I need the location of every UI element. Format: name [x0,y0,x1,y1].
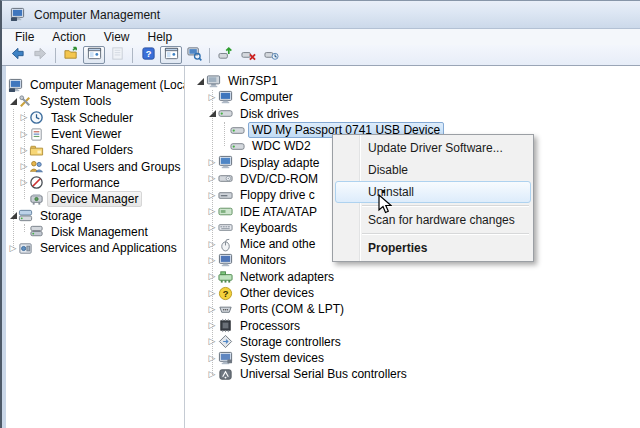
context-menu-item-update-driver-software[interactable]: Update Driver Software... [335,137,531,159]
tree-item-storage[interactable]: Storage [6,207,184,223]
tree-item-system-devices[interactable]: ▷System devices [190,350,640,366]
show-console-tree-button[interactable] [83,46,105,64]
expander-collapsed-icon[interactable]: ▷ [19,113,29,122]
item-label: Win7SP1 [224,73,282,89]
forward-button[interactable] [29,46,51,64]
item-label: Floppy drive c [236,187,319,203]
expander-expanded-icon[interactable] [8,212,18,219]
other-devices-icon: ? [218,286,233,301]
folder-up-icon [64,46,79,64]
expander-collapsed-icon[interactable]: ▷ [206,305,218,314]
update-driver-software-button[interactable] [214,46,236,64]
title-bar[interactable]: Computer Management [2,1,640,29]
export-list-button[interactable] [106,46,128,64]
context-menu-item-uninstall[interactable]: Uninstall [335,181,531,203]
tree-item-storage-controllers[interactable]: ▷Storage controllers [190,334,640,350]
toolbar: ? [2,45,640,66]
expander-collapsed-icon[interactable]: ▷ [206,191,218,200]
event-viewer-icon [29,127,44,142]
system-tools-icon [18,94,33,109]
processor-icon [218,318,233,333]
expander-collapsed-icon[interactable]: ▷ [19,178,29,187]
expander-expanded-icon[interactable] [206,110,218,117]
tree-item-shared-folders[interactable]: ▷Shared Folders [6,142,184,158]
expander-collapsed-icon[interactable]: ▷ [206,289,218,298]
expander-collapsed-icon[interactable]: ▷ [206,93,218,102]
context-menu-item-disable[interactable]: Disable [335,159,531,181]
tree-item-win7sp1[interactable]: Win7SP1 [190,73,640,89]
selected-item-label: Device Manager [47,191,142,207]
expander-collapsed-icon[interactable]: ▷ [206,337,218,346]
tree-item-performance[interactable]: ▷Performance [6,175,184,191]
item-label: Keyboards [236,220,301,236]
context-menu: Update Driver Software...DisableUninstal… [332,134,534,262]
ports-icon [218,302,233,317]
expander-collapsed-icon[interactable]: ▷ [206,321,218,330]
tree-item-computer[interactable]: ▷Computer [190,89,640,105]
item-label: Computer Management (Local [26,77,184,93]
expander-collapsed-icon[interactable]: ▷ [19,130,29,139]
expander-collapsed-icon[interactable]: ▷ [206,207,218,216]
tree-item-services-and-applications[interactable]: ▷Services and Applications [6,240,184,256]
context-menu-item-scan-for-hardware-changes[interactable]: Scan for hardware changes [335,209,531,231]
export-list-icon [110,46,125,64]
network-adapter-icon [218,269,233,284]
expander-collapsed-icon[interactable]: ▷ [206,272,218,281]
scan-hardware-changes-button[interactable] [260,46,282,64]
expander-collapsed-icon[interactable]: ▷ [206,370,218,379]
menu-action[interactable]: Action [43,29,94,45]
expander-collapsed-icon[interactable]: ▷ [206,354,218,363]
disk-drive-icon [230,139,245,154]
tree-item-disk-management[interactable]: Disk Management [6,224,184,240]
tree-item-processors[interactable]: ▷Processors [190,317,640,333]
back-button[interactable] [6,46,28,64]
up-one-level-button[interactable] [60,46,82,64]
expander-collapsed-icon[interactable]: ▷ [206,158,218,167]
item-label: Ports (COM & LPT) [236,301,348,317]
expander-collapsed-icon[interactable]: ▷ [206,223,218,232]
uninstall-device-button[interactable] [237,46,259,64]
tree-item-disk-drives[interactable]: Disk drives [190,106,640,122]
tree-item-event-viewer[interactable]: ▷Event Viewer [6,126,184,142]
monitor-icon [218,253,233,268]
tree-item-task-scheduler[interactable]: ▷Task Scheduler [6,110,184,126]
expander-collapsed-icon[interactable]: ▷ [8,244,18,253]
context-menu-item-properties[interactable]: Properties [335,237,531,259]
app-icon [10,7,25,22]
show-action-pane-button[interactable] [160,46,182,64]
menu-file[interactable]: File [6,29,43,45]
tree-item-ports-com-lpt[interactable]: ▷Ports (COM & LPT) [190,301,640,317]
menu-view[interactable]: View [95,29,139,45]
menu-help[interactable]: Help [139,29,182,45]
search-computer-button[interactable] [183,46,205,64]
console-tree-pane: Computer Management (LocalSystem Tools▷T… [6,66,184,428]
tree-item-device-manager[interactable]: Device Manager [6,191,184,207]
help-button[interactable]: ? [137,46,159,64]
disk-management-icon [29,224,44,239]
expander-collapsed-icon[interactable]: ▷ [19,146,29,155]
display-adapter-icon [218,155,233,170]
expander-expanded-icon[interactable] [194,78,206,85]
mouse-icon [218,237,233,252]
task-scheduler-icon [29,110,44,125]
storage-icon [18,208,33,223]
toolbar-separator [55,48,56,63]
item-label: Performance [47,175,124,191]
toolbar-separator [209,48,210,63]
expander-expanded-icon[interactable] [8,98,18,105]
tree-item-system-tools[interactable]: System Tools [6,93,184,109]
tree-item-network-adapters[interactable]: ▷Network adapters [190,269,640,285]
tree-item-universal-serial-bus-controllers[interactable]: ▷Universal Serial Bus controllers [190,366,640,382]
expander-collapsed-icon[interactable]: ▷ [206,174,218,183]
device-up-arrow-icon [218,46,233,64]
expander-collapsed-icon[interactable]: ▷ [19,162,29,171]
computer-root-icon [206,74,221,89]
expander-collapsed-icon[interactable]: ▷ [206,240,218,249]
item-label: Event Viewer [47,126,125,142]
tree-item-computer-management-local[interactable]: Computer Management (Local [6,77,184,93]
expander-collapsed-icon[interactable]: ▷ [206,256,218,265]
storage-controller-icon [218,334,233,349]
item-label: Other devices [236,285,318,301]
tree-item-local-users-and-groups[interactable]: ▷Local Users and Groups [6,158,184,174]
tree-item-other-devices[interactable]: ▷?Other devices [190,285,640,301]
